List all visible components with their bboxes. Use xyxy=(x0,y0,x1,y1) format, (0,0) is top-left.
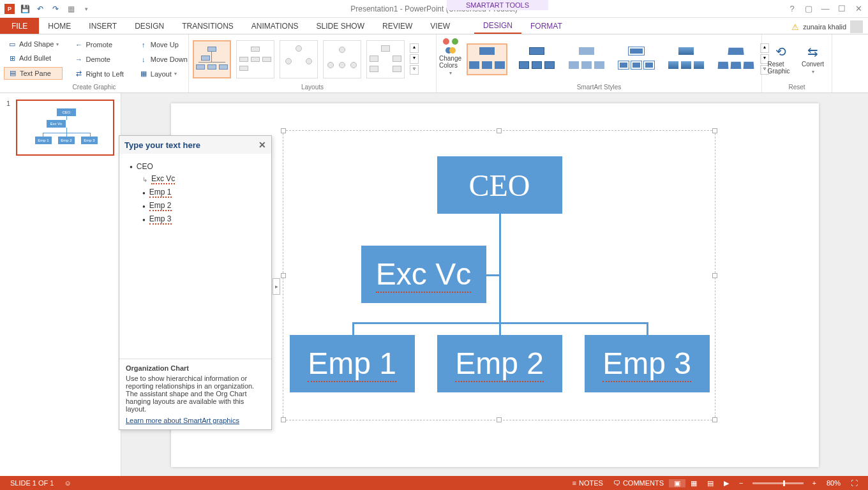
layout-option-1[interactable] xyxy=(193,40,231,78)
contextual-tab-label: SMARTART TOOLS xyxy=(447,0,548,10)
tab-animations[interactable]: ANIMATIONS xyxy=(243,18,308,34)
zoom-level[interactable]: 80% xyxy=(821,479,846,487)
add-bullet-icon: ⊞ xyxy=(8,54,17,63)
zoom-out-icon[interactable]: − xyxy=(734,479,748,487)
demote-button[interactable]: →Demote xyxy=(70,54,127,65)
reset-graphic-button[interactable]: ⟲Reset Graphic xyxy=(765,34,797,84)
tab-smartart-design[interactable]: DESIGN xyxy=(474,18,521,34)
reset-icon: ⟲ xyxy=(775,44,786,59)
status-bar: SLIDE 1 OF 1 ☺ ≡ NOTES 🗨 COMMENTS ▣ ▦ ▤ … xyxy=(0,476,868,490)
close-icon[interactable]: ✕ xyxy=(853,3,864,14)
up-icon: ↑ xyxy=(139,40,148,49)
thumb-preview: CEO Exc Vc Emp 1 Emp 2 Emp 3 xyxy=(16,100,114,156)
view-slideshow-icon[interactable]: ▶ xyxy=(719,479,734,487)
zoom-in-icon[interactable]: + xyxy=(807,479,821,487)
notes-button[interactable]: ≡ NOTES xyxy=(567,479,608,487)
sa-node-emp3[interactable]: Emp 3 xyxy=(585,335,710,392)
tp-item-ceo[interactable]: ●CEO xyxy=(126,162,265,171)
user-area[interactable]: ⚠ zunaira khalid xyxy=(791,20,863,33)
comments-button[interactable]: 🗨 COMMENTS xyxy=(608,479,669,487)
style-option-6[interactable] xyxy=(717,45,755,74)
text-pane-header: Type your text here ✕ xyxy=(119,136,271,154)
tab-home[interactable]: HOME xyxy=(39,18,80,34)
style-option-4[interactable] xyxy=(617,45,655,74)
style-option-3[interactable] xyxy=(567,45,606,74)
save-icon[interactable]: 💾 xyxy=(18,2,32,16)
group-label-styles: SmartArt Styles xyxy=(437,84,761,93)
group-label-layouts: Layouts xyxy=(189,84,436,93)
tp-item-emp2[interactable]: ●Emp 2 xyxy=(126,201,265,211)
undo-icon[interactable]: ↶ xyxy=(33,2,47,16)
app-icon[interactable]: P xyxy=(3,2,17,16)
ribbon-tabs: FILE HOME INSERT DESIGN TRANSITIONS ANIM… xyxy=(0,18,868,34)
start-show-icon[interactable]: ▦ xyxy=(64,2,78,16)
tab-view[interactable]: VIEW xyxy=(421,18,459,34)
fit-window-icon[interactable]: ⛶ xyxy=(846,479,863,487)
tab-slideshow[interactable]: SLIDE SHOW xyxy=(308,18,373,34)
ribbon-display-icon[interactable]: ▢ xyxy=(803,3,814,14)
move-up-button[interactable]: ↑Move Up xyxy=(135,39,191,50)
text-pane-toggle[interactable]: ▸ xyxy=(273,278,280,295)
status-slide-indicator[interactable]: SLIDE 1 OF 1 xyxy=(5,479,59,487)
text-pane-title: Type your text here xyxy=(124,140,200,150)
help-icon[interactable]: ? xyxy=(786,3,798,14)
tab-transitions[interactable]: TRANSITIONS xyxy=(173,18,243,34)
add-shape-button[interactable]: ▭Add Shape ▾ xyxy=(4,38,63,50)
text-pane-button[interactable]: ▤Text Pane xyxy=(4,67,63,80)
style-option-2[interactable] xyxy=(518,45,556,74)
layout-option-5[interactable] xyxy=(366,40,405,78)
tp-footer-body: Use to show hierarchical information or … xyxy=(126,375,254,413)
zoom-slider[interactable] xyxy=(752,482,804,484)
tab-smartart-format[interactable]: FORMAT xyxy=(521,18,571,34)
tp-item-emp1[interactable]: ●Emp 1 xyxy=(126,188,265,198)
change-colors-button[interactable]: Change Colors▾ xyxy=(437,34,464,84)
demote-icon: → xyxy=(74,55,83,64)
tab-insert[interactable]: INSERT xyxy=(80,18,126,34)
promote-button[interactable]: ←Promote xyxy=(70,39,127,50)
tab-design[interactable]: DESIGN xyxy=(126,18,173,34)
text-pane-body[interactable]: ●CEO ↳Exc Vc ●Emp 1 ●Emp 2 ●Emp 3 xyxy=(119,154,271,359)
text-pane-close-icon[interactable]: ✕ xyxy=(258,140,266,150)
tp-learn-more-link[interactable]: Learn more about SmartArt graphics xyxy=(126,417,239,424)
view-normal-icon[interactable]: ▣ xyxy=(669,479,685,487)
move-down-button[interactable]: ↓Move Down xyxy=(135,54,191,65)
sa-node-ceo[interactable]: CEO xyxy=(437,156,562,214)
layout-button[interactable]: ▦Layout ▾ xyxy=(135,68,191,80)
tp-item-emp3[interactable]: ●Emp 3 xyxy=(126,214,265,225)
minimize-icon[interactable]: — xyxy=(819,3,831,14)
slide-thumbnail-1[interactable]: 1 CEO Exc Vc Emp 1 Emp 2 Emp 3 xyxy=(6,100,114,156)
layout-icon: ▦ xyxy=(139,70,148,78)
add-shape-icon: ▭ xyxy=(8,40,17,48)
rtl-icon: ⇄ xyxy=(74,70,83,78)
tab-review[interactable]: REVIEW xyxy=(373,18,421,34)
status-spell-icon[interactable]: ☺ xyxy=(59,479,76,487)
text-pane[interactable]: Type your text here ✕ ●CEO ↳Exc Vc ●Emp … xyxy=(119,135,272,430)
sa-node-emp1[interactable]: Emp 1 xyxy=(290,335,415,392)
slide-thumbnails-panel[interactable]: 1 CEO Exc Vc Emp 1 Emp 2 Emp 3 xyxy=(0,93,121,476)
gallery-down-icon[interactable]: ▾ xyxy=(410,54,419,64)
style-option-5[interactable] xyxy=(667,45,705,74)
layout-option-3[interactable] xyxy=(280,40,318,78)
layout-option-4[interactable] xyxy=(323,40,361,78)
sa-node-exc[interactable]: Exc Vc xyxy=(361,246,486,303)
tab-file[interactable]: FILE xyxy=(0,18,39,34)
view-sorter-icon[interactable]: ▦ xyxy=(685,479,702,487)
style-option-1[interactable] xyxy=(468,45,506,74)
sa-node-emp2[interactable]: Emp 2 xyxy=(437,335,562,392)
qat-more-icon[interactable]: ▾ xyxy=(79,2,93,16)
maximize-icon[interactable]: ☐ xyxy=(836,3,848,14)
layout-option-2[interactable] xyxy=(236,40,274,78)
view-reading-icon[interactable]: ▤ xyxy=(702,479,719,487)
gallery-up-icon[interactable]: ▴ xyxy=(410,43,419,53)
gallery-more-icon[interactable]: ▿ xyxy=(410,65,419,75)
tp-footer-title: Organization Chart xyxy=(126,364,265,372)
convert-button[interactable]: ⇆Convert▾ xyxy=(797,34,829,84)
text-pane-footer: Organization Chart Use to show hierarchi… xyxy=(119,359,271,429)
redo-icon[interactable]: ↷ xyxy=(49,2,63,16)
rtl-button[interactable]: ⇄Right to Left xyxy=(70,68,127,80)
add-bullet-button[interactable]: ⊞Add Bullet xyxy=(4,52,63,64)
thumb-number: 1 xyxy=(6,100,16,156)
smartart-frame[interactable]: CEO Exc Vc Emp 1 Emp 2 Emp 3 xyxy=(283,130,715,420)
tp-item-exc[interactable]: ↳Exc Vc xyxy=(126,174,265,184)
color-circles-icon xyxy=(443,38,458,54)
